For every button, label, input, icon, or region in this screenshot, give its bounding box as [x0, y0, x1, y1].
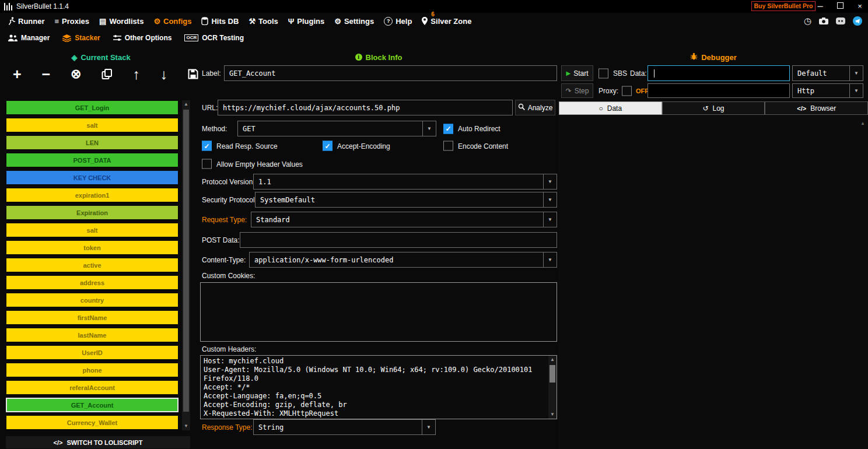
start-button[interactable]: ▶ Start: [561, 65, 593, 81]
switch-to-loliscript-button[interactable]: </> SWITCH TO LOLISCRIPT: [6, 436, 190, 448]
protocol-version-label: Protocol Version:: [202, 178, 255, 186]
protocol-version-dropdown[interactable]: 1.1 ▼: [253, 174, 557, 190]
scroll-down-icon[interactable]: ▼: [182, 422, 190, 430]
scroll-thumb[interactable]: [183, 110, 189, 412]
subnav-item-stacker[interactable]: Stacker: [62, 34, 100, 42]
debug-data-input[interactable]: [648, 65, 790, 81]
url-field-label: URL:: [202, 104, 218, 112]
stack-scrollbar[interactable]: ▲ ▼: [182, 100, 190, 430]
scroll-thumb[interactable]: [550, 365, 555, 383]
stack-block[interactable]: LEN: [6, 135, 178, 150]
subnav-item-manager[interactable]: Manager: [8, 34, 50, 42]
stack-block[interactable]: Currency_Wallet: [6, 415, 178, 430]
stack-block[interactable]: active: [6, 258, 178, 272]
stack-block[interactable]: salt: [6, 118, 178, 132]
tab-log[interactable]: ↺ Log: [662, 101, 765, 115]
stack-block[interactable]: salt: [6, 223, 178, 237]
stack-block[interactable]: phone: [6, 363, 178, 377]
read-resp-source-checkbox[interactable]: ✓ Read Resp. Source: [202, 141, 278, 151]
data-tab-icon: ○: [599, 104, 603, 113]
debugger-output-area[interactable]: ▲: [559, 115, 868, 449]
content-type-row: Content-Type: application/x-www-form-url…: [198, 252, 559, 268]
stack-block[interactable]: lastName: [6, 328, 178, 342]
custom-cookies-textarea[interactable]: [200, 282, 557, 342]
stack-block[interactable]: referalAccount: [6, 380, 178, 395]
security-protocol-label: Security Protocol:: [202, 196, 257, 204]
allow-empty-header-values-checkbox[interactable]: Allow Empty Header Values: [202, 159, 303, 169]
nav-item-configs[interactable]: ⚙ Configs: [153, 17, 191, 26]
encode-content-checkbox[interactable]: Encode Content: [443, 141, 508, 151]
post-data-row: POST Data:: [198, 232, 559, 248]
chevron-down-icon[interactable]: ▼: [543, 252, 556, 267]
browser-tab-icon: </>: [797, 105, 806, 112]
stack-block[interactable]: Expiration: [6, 205, 178, 220]
analyze-button[interactable]: Analyze: [515, 100, 555, 115]
method-dropdown[interactable]: GET ▼: [237, 121, 436, 136]
tab-browser[interactable]: </> Browser: [765, 101, 868, 115]
stack-block[interactable]: country: [6, 293, 178, 307]
stack-block-selected[interactable]: GET_Account: [6, 398, 178, 412]
remove-block-icon[interactable]: −: [42, 67, 51, 82]
proxy-checkbox[interactable]: [622, 86, 632, 96]
chevron-down-icon[interactable]: ▼: [543, 212, 556, 227]
add-block-icon[interactable]: +: [13, 67, 22, 82]
nav-item-wordlists[interactable]: ▤ Wordlists: [99, 17, 144, 26]
stack-block[interactable]: GET_Login: [6, 100, 178, 115]
chevron-down-icon[interactable]: ▼: [543, 192, 556, 207]
response-type-label: Response Type:: [202, 423, 253, 432]
runner-icon: [8, 17, 15, 25]
headers-scrollbar[interactable]: ▲ ▼: [548, 356, 556, 419]
security-protocol-value: SystemDefault: [260, 196, 315, 204]
save-stack-icon[interactable]: [188, 69, 198, 79]
stack-toolbar: + − ⊗ ↑ ↓: [6, 63, 205, 85]
subnav-item-other-options[interactable]: Other Options: [113, 34, 172, 42]
stack-block[interactable]: address: [6, 275, 178, 290]
sbs-checkbox[interactable]: SBS: [598, 68, 627, 78]
stack-block[interactable]: token: [6, 240, 178, 255]
scroll-up-icon[interactable]: ▲: [859, 120, 867, 128]
chevron-down-icon[interactable]: ▼: [849, 66, 863, 80]
stack-block[interactable]: UserID: [6, 345, 178, 360]
label-input[interactable]: GET_Account: [224, 65, 557, 81]
auto-redirect-checkbox[interactable]: ✓ Auto Redirect: [443, 124, 501, 134]
chevron-down-icon[interactable]: ▼: [422, 420, 435, 434]
nav-item-runner[interactable]: Runner: [8, 17, 45, 26]
post-data-label: POST Data:: [202, 236, 239, 244]
subnav-label: Stacker: [75, 34, 100, 42]
request-type-dropdown[interactable]: Standard ▼: [251, 212, 557, 227]
response-type-dropdown[interactable]: String ▼: [253, 419, 436, 435]
chevron-down-icon[interactable]: ▼: [543, 174, 556, 189]
move-up-icon[interactable]: ↑: [132, 67, 140, 82]
proxy-input[interactable]: [648, 83, 790, 98]
url-input[interactable]: https://mychief.cloud/ajax/accounts.50.p…: [218, 100, 513, 115]
post-data-input[interactable]: [240, 232, 557, 248]
tab-data[interactable]: ○ Data: [559, 101, 662, 115]
proxy-type-value: Http: [797, 87, 814, 95]
accept-encoding-checkbox[interactable]: ✓ Accept-Encoding: [323, 141, 390, 151]
step-button[interactable]: ↷ Step: [561, 83, 593, 98]
subnav-label: Manager: [21, 34, 50, 42]
proxy-type-dropdown[interactable]: Http ▼: [792, 83, 863, 98]
duplicate-block-icon[interactable]: [102, 69, 112, 79]
stack-block[interactable]: expiration1: [6, 188, 178, 202]
clear-stack-icon[interactable]: ⊗: [71, 68, 81, 80]
response-type-value: String: [258, 423, 284, 432]
scroll-down-icon[interactable]: ▼: [548, 411, 556, 419]
chevron-down-icon[interactable]: ▼: [422, 121, 436, 136]
content-type-dropdown[interactable]: application/x-www-form-urlencoded ▼: [249, 252, 557, 268]
wordlist-type-dropdown[interactable]: Default ▼: [792, 65, 863, 81]
stack-block[interactable]: firstName: [6, 310, 178, 325]
nav-item-proxies[interactable]: ≡ Proxies: [55, 17, 90, 26]
label-field-label: Label:: [202, 69, 221, 78]
scroll-up-icon[interactable]: ▲: [182, 100, 190, 108]
move-down-icon[interactable]: ↓: [160, 67, 168, 82]
switch-label: SWITCH TO LOLISCRIPT: [66, 439, 142, 446]
wordlists-book-icon: ▤: [99, 17, 106, 26]
stack-block[interactable]: KEY CHECK: [6, 170, 178, 185]
stack-block[interactable]: POST_DATA: [6, 153, 178, 167]
security-protocol-dropdown[interactable]: SystemDefault ▼: [255, 192, 557, 208]
chevron-down-icon[interactable]: ▼: [849, 84, 863, 97]
nav-label: Proxies: [62, 17, 89, 26]
scroll-up-icon[interactable]: ▲: [548, 356, 556, 364]
custom-headers-textarea[interactable]: Host: mychief.cloud User-Agent: Mozilla/…: [200, 355, 557, 419]
